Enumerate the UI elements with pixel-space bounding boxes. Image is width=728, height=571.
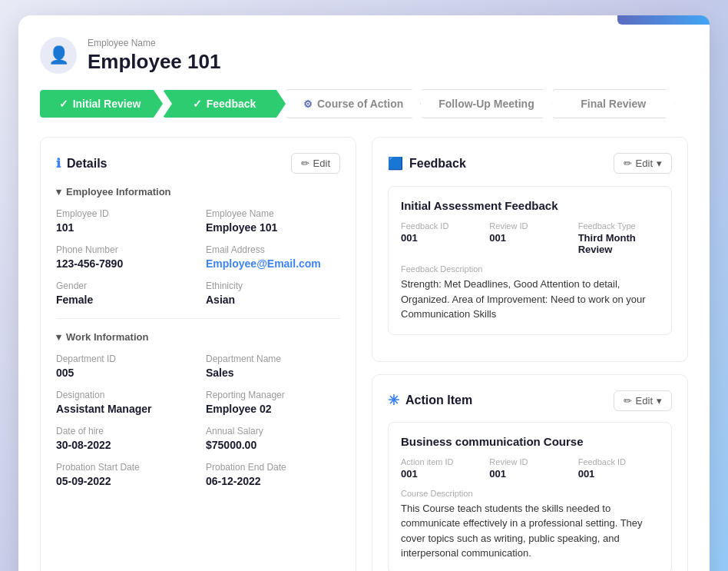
step-final-review[interactable]: Final Review	[552, 89, 675, 118]
step-follow-up[interactable]: Follow-Up Meeting	[421, 89, 551, 118]
feedback-type-field: Feedback Type Third Month Review	[578, 221, 659, 255]
details-edit-button[interactable]: ✏ Edit	[291, 153, 340, 174]
check-icon: ✓	[59, 98, 68, 110]
work-info-section-header[interactable]: ▾ Work Information	[56, 331, 340, 343]
field-gender: Gender Female	[56, 281, 190, 306]
feedback-id-field: Feedback ID 001	[401, 221, 481, 255]
info-icon: ℹ	[56, 156, 61, 171]
field-phone: Phone Number 123-456-7890	[56, 244, 190, 270]
action-item-title: ✳ Action Item	[388, 392, 472, 409]
edit-icon-feedback: ✏	[624, 158, 632, 169]
snowflake-icon: ✳	[388, 392, 399, 409]
work-info-grid: Department ID 005 Department Name Sales …	[56, 354, 340, 487]
step-label: Initial Review	[73, 98, 141, 110]
details-panel: ℹ Details ✏ Edit ▾ Employee Information …	[40, 137, 356, 571]
gear-icon: ⚙	[303, 98, 313, 110]
field-employee-id: Employee ID 101	[56, 208, 190, 234]
field-dept-name: Department Name Sales	[206, 354, 340, 379]
employee-name: Employee 101	[88, 50, 220, 74]
chevron-down-icon-action: ▾	[657, 395, 662, 407]
review-id-field: Review ID 001	[489, 221, 570, 255]
feedback-panel-title: 🟦 Feedback	[388, 156, 466, 171]
step-label-2: Feedback	[207, 98, 256, 110]
feedback-icon: 🟦	[388, 156, 403, 171]
employee-info-grid: Employee ID 101 Employee Name Employee 1…	[56, 208, 340, 306]
action-item-id-field: Action item ID 001	[401, 457, 481, 480]
step-initial-review[interactable]: ✓ Initial Review	[40, 90, 163, 118]
chevron-down-icon: ▾	[56, 186, 61, 198]
field-reporting-manager: Reporting Manager Employee 02	[206, 390, 340, 415]
edit-icon-action: ✏	[624, 395, 632, 407]
details-panel-title: ℹ Details	[56, 156, 107, 171]
steps-nav: ✓ Initial Review ✓ Feedback ⚙ Course of …	[40, 89, 688, 118]
feedback-card: Initial Assessment Feedback Feedback ID …	[388, 186, 672, 335]
step-feedback[interactable]: ✓ Feedback	[163, 90, 286, 118]
field-probation-start: Probation Start Date 05-09-2022	[56, 462, 190, 487]
feedback-meta: Feedback ID 001 Review ID 001 Feedback T…	[401, 221, 659, 255]
employee-header: 👤 Employee Name Employee 101	[40, 37, 688, 74]
chevron-down-icon-2: ▾	[56, 331, 61, 343]
step-label-3: Course of Action	[317, 98, 403, 110]
employee-info-section-header[interactable]: ▾ Employee Information	[56, 186, 340, 198]
field-date-of-hire: Date of hire 30-08-2022	[56, 426, 190, 451]
employee-label: Employee Name	[88, 38, 220, 48]
step-course-of-action[interactable]: ⚙ Course of Action	[286, 89, 421, 118]
feedback-edit-button[interactable]: ✏ Edit ▾	[614, 153, 672, 174]
field-employee-name: Employee Name Employee 101	[206, 208, 340, 234]
avatar: 👤	[40, 37, 77, 74]
action-card: Business communication Course Action ite…	[388, 422, 672, 572]
field-designation: Designation Assistant Manager	[56, 390, 190, 415]
chevron-down-icon-feedback: ▾	[657, 158, 662, 169]
action-feedback-id-field: Feedback ID 001	[578, 457, 659, 480]
action-edit-button[interactable]: ✏ Edit ▾	[614, 390, 672, 411]
step-label-5: Final Review	[581, 98, 646, 110]
step-label-4: Follow-Up Meeting	[438, 98, 534, 110]
person-icon: 👤	[48, 45, 69, 65]
field-ethnicity: Ethinicity Asian	[206, 281, 340, 306]
field-dept-id: Department ID 005	[56, 354, 190, 379]
field-probation-end: Probation End Date 06-12-2022	[206, 462, 340, 487]
action-item-panel: ✳ Action Item ✏ Edit ▾ Business communic…	[372, 374, 688, 572]
feedback-panel: 🟦 Feedback ✏ Edit ▾ Initial Assessment F…	[372, 137, 688, 362]
action-review-id-field: Review ID 001	[489, 457, 570, 480]
field-annual-salary: Annual Salary $75000.00	[206, 426, 340, 451]
check-icon-2: ✓	[193, 98, 202, 110]
edit-icon: ✏	[301, 158, 309, 169]
action-meta: Action item ID 001 Review ID 001 Feedbac…	[401, 457, 659, 480]
field-email: Email Address Employee@Email.com	[206, 244, 340, 270]
